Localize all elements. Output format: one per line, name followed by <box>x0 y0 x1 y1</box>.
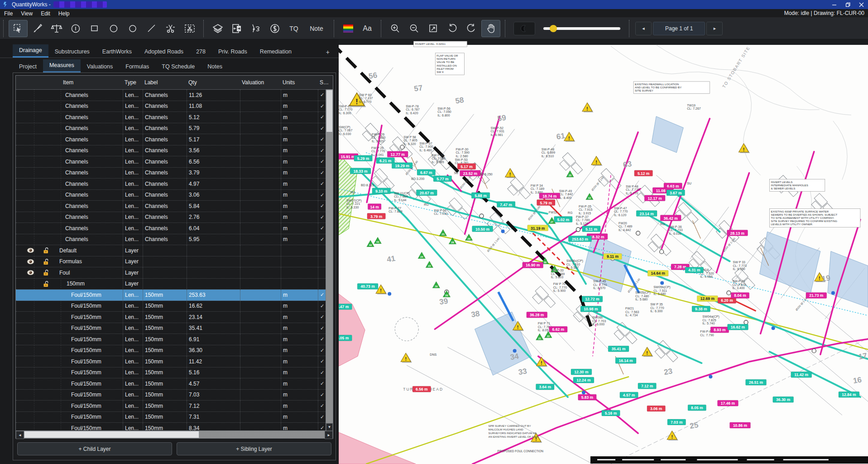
measure-row[interactable]: ChannelsLen...Channels5.95m✓ <box>16 234 333 246</box>
measurement-badge[interactable]: 9.05 m <box>339 335 352 341</box>
measurement-badge[interactable]: 11.42 m <box>791 372 812 377</box>
tab-earthworks[interactable]: EarthWorks <box>96 46 138 58</box>
measure-row[interactable]: Foul/150mmLen...150mm6.91m✓ <box>16 334 333 345</box>
pan-hand-tool-button[interactable] <box>481 20 500 37</box>
measurement-badge[interactable]: 5.12 m <box>634 170 652 176</box>
measure-row[interactable]: ChannelsLen...Channels5.79m✓ <box>16 123 333 135</box>
scroll-right-button[interactable]: ► <box>325 431 333 439</box>
tab-valuations[interactable]: Valuations <box>81 61 119 72</box>
measure-row[interactable]: Foul/150mmLen...150mm4.57m✓ <box>16 378 333 390</box>
measurement-badge[interactable]: 5.02 m <box>554 217 572 222</box>
measurement-badge[interactable]: 5.11 m <box>582 226 600 232</box>
measurement-badge[interactable]: 8.93 m <box>710 327 729 333</box>
measurement-badge[interactable]: 5.83 m <box>578 394 596 400</box>
measure-row[interactable]: Foul/150mmLen...150mm8.34m✓ <box>16 423 333 430</box>
measurement-badge[interactable]: 26.51 m <box>746 379 767 385</box>
measurement-badge[interactable]: 5.16 m <box>602 410 620 416</box>
prev-page-button[interactable]: ◄ <box>635 22 652 35</box>
cad-drawing[interactable]: 25282930313233192021222324444327 !!!!!!!… <box>339 39 868 464</box>
tab-278[interactable]: 278 <box>190 46 212 58</box>
scales-tool-button[interactable] <box>48 20 66 37</box>
slider-track[interactable] <box>543 27 620 30</box>
measurement-badge[interactable]: 14.64 m <box>647 270 668 276</box>
tab-project[interactable]: Project <box>13 61 43 72</box>
measurement-badge[interactable]: 16.14 m <box>615 358 636 363</box>
measurement-badge[interactable]: 8.05 m <box>688 405 706 411</box>
tab-measures[interactable]: Measures <box>43 59 81 72</box>
measurement-badge[interactable]: 23.52 m <box>460 170 481 176</box>
line-tool-button[interactable] <box>143 20 161 37</box>
measure-row[interactable]: ChannelsLen...Channels2.76m✓ <box>16 212 333 223</box>
measure-row[interactable]: ChannelsLen...Channels5.12m✓ <box>16 112 333 123</box>
theme-toggle-button[interactable] <box>513 22 535 35</box>
lock-icon[interactable] <box>43 258 49 266</box>
measure-row[interactable]: Foul/150mmLen...150mm7.12m✓ <box>16 401 333 412</box>
vertical-scrollbar[interactable]: ▼ <box>326 89 333 431</box>
next-page-button[interactable]: ► <box>706 22 723 35</box>
measurement-badge[interactable]: 10.98 m <box>580 306 601 312</box>
measurement-badge[interactable]: 5.88 m <box>471 193 489 198</box>
measurement-badge[interactable]: 10.50 m <box>472 226 493 232</box>
text-style-button[interactable]: Aa <box>358 20 376 37</box>
measurement-badge[interactable]: 12.24 m <box>573 377 594 383</box>
measurement-badge[interactable]: 3.79 m <box>367 213 385 219</box>
measurement-badge[interactable]: 28.13 m <box>727 230 748 236</box>
measurement-badge[interactable]: 7.12 m <box>638 383 656 389</box>
measurement-badge[interactable]: 40.73 m <box>357 283 378 289</box>
measure-row[interactable]: ChannelsLen...Channels4.97m✓ <box>16 179 333 190</box>
measurement-badge[interactable]: 18.33 m <box>350 168 371 174</box>
measurement-badge[interactable]: 7.47 m <box>497 202 515 208</box>
measurement-badge[interactable]: 36.30 m <box>773 396 794 402</box>
measurement-badge[interactable]: 5.77 m <box>433 176 451 182</box>
scroll-left-button[interactable]: ◄ <box>16 431 24 439</box>
column-header[interactable]: Type <box>123 76 143 89</box>
measurement-badge[interactable]: 9.38 m <box>692 306 710 312</box>
measurement-badge[interactable]: 12.30 m <box>571 369 592 375</box>
measure-row[interactable]: Foul/150mmLen...150mm5.16m✓ <box>16 367 333 379</box>
measure-row[interactable]: ChannelsLen...Channels11.26m✓ <box>16 90 333 101</box>
horizontal-scrollbar-track[interactable] <box>199 431 325 438</box>
measurement-badge[interactable]: 253.63 m <box>568 236 591 242</box>
column-header[interactable]: Qty <box>187 76 240 89</box>
lock-icon[interactable] <box>43 247 49 255</box>
measurement-badge[interactable]: 36.28 m <box>527 312 547 318</box>
scroll-down-button[interactable]: ▼ <box>326 423 333 431</box>
export-door-button[interactable] <box>228 20 246 37</box>
redo-button[interactable] <box>462 20 480 37</box>
unhook-tool-button[interactable] <box>247 20 265 37</box>
zoom-out-button[interactable] <box>405 20 423 37</box>
knife-tool-button[interactable] <box>29 20 47 37</box>
tab-drainage[interactable]: Drainage <box>13 44 48 58</box>
tab-adopted-roads[interactable]: Adopted Roads <box>138 46 190 58</box>
add-sibling-layer-button[interactable]: + Sibling Layer <box>177 442 331 455</box>
tab-substructures[interactable]: Substructures <box>48 46 96 58</box>
column-header[interactable]: Units <box>281 76 318 89</box>
tab-remediation[interactable]: Remediation <box>254 46 298 58</box>
measurement-badge[interactable]: 17.46 m <box>718 400 739 406</box>
column-header[interactable]: Label <box>143 76 187 89</box>
measure-row[interactable]: Foul/150mmLen...150mm23.14m✓ <box>16 312 333 323</box>
measure-row[interactable]: Foul/150mmLen...150mm11.42m✓ <box>16 356 333 367</box>
measurement-badge[interactable]: 6.56 m <box>412 386 431 392</box>
measure-row[interactable]: Foul/150mmLen...150mm16.62m✓ <box>16 301 333 312</box>
undo-button[interactable] <box>443 20 461 37</box>
measurement-badge[interactable]: 7.03 m <box>667 419 686 425</box>
measurement-badge[interactable]: 6.67 m <box>417 169 435 175</box>
minimize-button[interactable] <box>827 0 841 9</box>
visibility-eye-icon[interactable] <box>27 259 34 266</box>
zoom-in-button[interactable] <box>386 20 404 37</box>
circle-tool-button[interactable] <box>124 20 142 37</box>
measurement-badge[interactable]: 35.41 m <box>608 346 629 352</box>
measurement-badge[interactable]: 5.17 m <box>457 164 475 169</box>
measure-row[interactable]: ChannelsLen...Channels5.17m✓ <box>16 134 333 145</box>
tab-formulas[interactable]: Formulas <box>119 61 155 72</box>
measure-row[interactable]: Foul/150mmLen...150mm253.63m✓ <box>16 290 333 301</box>
column-header[interactable]: Item <box>61 76 123 89</box>
horizontal-scrollbar-thumb[interactable] <box>24 431 199 438</box>
lock-icon[interactable] <box>43 269 49 277</box>
menu-edit[interactable]: Edit <box>37 10 54 17</box>
measurement-badge[interactable]: 3.06 m <box>647 406 665 411</box>
measurement-badge[interactable]: 12.17 m <box>644 195 665 201</box>
measure-row[interactable]: Foul/150mmLen...150mm7.31m✓ <box>16 412 333 423</box>
measure-row[interactable]: ChannelsLen...Channels3.06m✓ <box>16 190 333 201</box>
